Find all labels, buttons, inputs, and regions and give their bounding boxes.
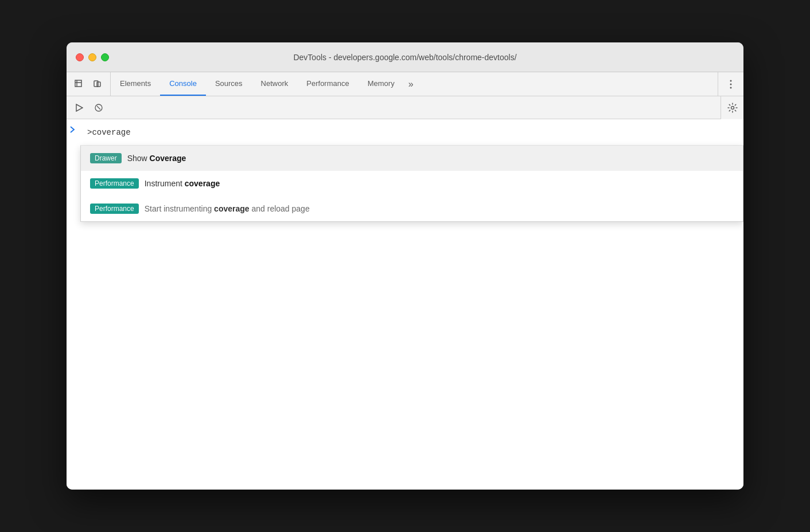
- tab-network[interactable]: Network: [252, 72, 298, 96]
- svg-point-5: [730, 80, 732, 81]
- run-snippet-button[interactable]: [71, 100, 87, 116]
- console-main: >coverage Drawer Show Coverage Performan…: [67, 119, 743, 490]
- tab-memory[interactable]: Memory: [359, 72, 404, 96]
- command-dropdown: Drawer Show Coverage Performance Instrum…: [80, 146, 743, 222]
- console-toolbar: [67, 96, 743, 119]
- console-content: >coverage Drawer Show Coverage Performan…: [80, 119, 743, 490]
- maximize-button[interactable]: [101, 53, 109, 61]
- dropdown-item-text-1: Show Coverage: [127, 154, 186, 163]
- traffic-lights: [76, 53, 109, 61]
- chevron-right-icon: [69, 126, 76, 133]
- title-bar: DevTools - developers.google.com/web/too…: [67, 42, 743, 72]
- svg-rect-0: [75, 80, 81, 87]
- tab-elements[interactable]: Elements: [111, 72, 160, 96]
- minimize-button[interactable]: [88, 53, 96, 61]
- device-icon: [93, 80, 102, 89]
- performance-badge-1: Performance: [90, 178, 139, 189]
- inspect-icon: [75, 80, 84, 89]
- more-options-button[interactable]: [723, 76, 739, 92]
- svg-point-6: [730, 83, 732, 85]
- toolbar-right-group: [718, 72, 743, 96]
- tab-performance[interactable]: Performance: [297, 72, 358, 96]
- dropdown-item-show-coverage[interactable]: Drawer Show Coverage: [81, 146, 743, 171]
- more-tabs-button[interactable]: »: [404, 72, 418, 96]
- toolbar-icons-group: [67, 72, 111, 96]
- tab-console[interactable]: Console: [160, 72, 206, 96]
- console-area: >coverage Drawer Show Coverage Performan…: [67, 96, 743, 490]
- drawer-badge: Drawer: [90, 153, 122, 163]
- devtools-window: DevTools - developers.google.com/web/too…: [67, 42, 743, 490]
- tab-sources[interactable]: Sources: [206, 72, 252, 96]
- clear-console-button[interactable]: [91, 100, 107, 116]
- svg-rect-4: [97, 82, 100, 87]
- performance-badge-2: Performance: [90, 204, 139, 214]
- device-mode-icon-button[interactable]: [89, 76, 106, 92]
- svg-line-10: [97, 106, 100, 109]
- dropdown-item-text-2: Instrument coverage: [145, 179, 220, 188]
- window-title: DevTools - developers.google.com/web/too…: [293, 53, 516, 62]
- dropdown-item-start-instrument-coverage[interactable]: Performance Start instrumenting coverage…: [81, 196, 743, 221]
- console-input-row[interactable]: >coverage: [80, 119, 743, 146]
- tab-list: Elements Console Sources Network Perform…: [111, 72, 718, 96]
- clear-icon: [95, 104, 103, 112]
- close-button[interactable]: [76, 53, 84, 61]
- run-icon: [75, 104, 83, 112]
- svg-point-7: [730, 87, 732, 88]
- console-input-text: >coverage: [87, 128, 131, 137]
- svg-marker-8: [76, 104, 83, 111]
- inspect-icon-button[interactable]: [71, 76, 87, 92]
- devtools-toolbar: Elements Console Sources Network Perform…: [67, 72, 743, 96]
- dropdown-item-instrument-coverage[interactable]: Performance Instrument coverage: [81, 171, 743, 196]
- dropdown-item-text-3: Start instrumenting coverage and reload …: [145, 204, 310, 213]
- sidebar-expand-button[interactable]: [67, 119, 80, 490]
- more-vert-icon: [730, 80, 732, 89]
